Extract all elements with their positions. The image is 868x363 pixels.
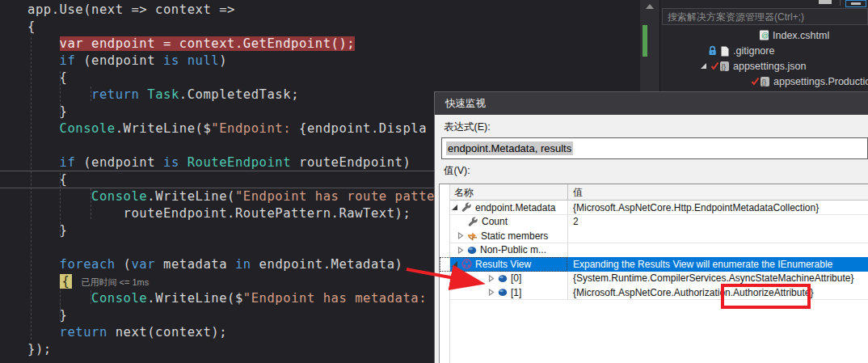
code-line[interactable]: { (27, 70, 443, 87)
expander-closed-icon[interactable] (457, 232, 464, 239)
results-view-icon (461, 259, 472, 269)
scroll-up-arrow-icon[interactable] (645, 3, 655, 10)
code-line[interactable]: }); (27, 341, 443, 358)
watch-name-cell: Static members (450, 229, 568, 243)
code-line[interactable]: { (27, 19, 443, 36)
watch-row--0-[interactable]: [0]{System.Runtime.CompilerServices.Asyn… (450, 272, 868, 286)
expander-open-icon[interactable] (451, 260, 458, 268)
value-label: 值(V): (444, 164, 470, 178)
watch-name-cell: [0] (450, 272, 568, 285)
expression-input-value: endpoint.Metadata, results (446, 141, 573, 155)
code-line[interactable]: if (endpoint is RouteEndpoint routeEndpo… (27, 154, 443, 171)
quickwatch-dialog: 快速监视 表达式(E): endpoint.Metadata, results … (434, 91, 868, 363)
perf-tip: 已用时间 <= 1ms (81, 277, 149, 287)
watch-name-cell: Results View (450, 257, 568, 271)
code-line[interactable]: return Task.CompletedTask; (27, 87, 443, 103)
watch-row-non-public-m-[interactable]: Non-Public m... (450, 243, 868, 258)
code-line[interactable]: Console.WriteLine($"Endpoint has metadat… (27, 290, 443, 307)
watch-row--1-[interactable]: [1]{Microsoft.AspNetCore.Authorization.A… (450, 285, 868, 300)
field-icon (498, 274, 508, 283)
watch-value-cell (568, 229, 868, 243)
quickwatch-dialog-body: 表达式(E): endpoint.Metadata, results 值(V):… (435, 115, 868, 363)
value-column-header[interactable]: 值 (568, 184, 868, 200)
expander-closed-icon[interactable] (457, 247, 464, 254)
code-lines: app.Use(next => context =>{ var endpoint… (27, 2, 443, 358)
code-line[interactable]: } (27, 222, 443, 239)
watch-value-cell: {Microsoft.AspNetCore.Http.EndpointMetad… (568, 200, 868, 214)
wrench-icon (468, 217, 478, 227)
check-icon (710, 61, 719, 70)
highlighted-statement: var endpoint = context.GetEndpoint(); (60, 36, 356, 51)
code-line[interactable]: {已用时间 <= 1ms (27, 273, 443, 290)
svg-text:{}: {} (762, 78, 767, 86)
watch-name-label: [0] (511, 272, 521, 284)
expander-closed-icon[interactable] (487, 289, 495, 296)
watch-name-label: Results View (475, 259, 531, 270)
solution-explorer-search-input[interactable] (662, 8, 868, 25)
watch-value-tree: 名称 值 endpoint.Metadata{Microsoft.AspNetC… (439, 184, 868, 363)
sidebar-item-index-cshtml[interactable]: @Index.cshtml (660, 27, 868, 43)
name-column-header[interactable]: 名称 (450, 184, 568, 200)
json-file-icon: {} (719, 61, 730, 72)
expression-input[interactable]: endpoint.Metadata, results (441, 137, 868, 159)
watch-name-label: Static members (481, 230, 548, 242)
toolbar-active-button[interactable] (845, 0, 866, 7)
svg-text:{}: {} (722, 62, 727, 70)
toolbar-separator (840, 0, 841, 6)
watch-row-results-view[interactable]: Results ViewExpanding the Results View w… (450, 257, 868, 272)
field-icon (498, 288, 508, 297)
watch-row-endpoint-metadata[interactable]: endpoint.Metadata{Microsoft.AspNetCore.H… (450, 200, 868, 215)
watch-row-count[interactable]: Count2 (450, 215, 868, 230)
code-line[interactable]: foreach (var metadata in endpoint.Metada… (27, 256, 443, 273)
code-line[interactable]: routeEndpoint.RoutePattern.RawText); (27, 205, 443, 222)
toolbar-icon-fragment[interactable] (819, 0, 832, 4)
scrollbar-change-marker (643, 25, 647, 57)
watch-name-label: Count (482, 216, 508, 227)
tree-item-label: Index.cshtml (773, 30, 829, 41)
watch-name-cell: endpoint.Metadata (450, 200, 568, 214)
watch-row-static-members[interactable]: Static members (450, 229, 868, 243)
code-line[interactable]: Console.WriteLine($"Endpoint: {endpoint.… (27, 120, 443, 137)
watch-name-cell: [1] (450, 285, 568, 299)
tree-item-label: appsettings.Production.jso (773, 76, 868, 87)
watch-value-cell: Expanding the Results View will enumerat… (568, 257, 868, 271)
code-line[interactable]: if (endpoint is null) (27, 53, 443, 70)
code-line[interactable]: app.Use(next => context => (27, 2, 443, 19)
vs-debug-screen: app.Use(next => context =>{ var endpoint… (0, 0, 868, 363)
code-line[interactable]: { (27, 171, 443, 188)
gitignore-file-icon (720, 45, 730, 57)
code-line[interactable]: Console.WriteLine("Endpoint has route pa… (27, 188, 443, 205)
code-line[interactable]: } (27, 307, 443, 324)
current-statement-brace: { (60, 274, 73, 289)
watch-name-cell: Non-Public m... (450, 243, 568, 257)
field-icon (467, 246, 477, 255)
watch-value-cell: 2 (568, 215, 868, 229)
watch-name-label: Non-Public m... (480, 244, 546, 255)
watch-name-cell: Count (450, 215, 568, 229)
code-line[interactable] (27, 137, 443, 154)
expander-open-icon[interactable] (451, 204, 458, 211)
code-line[interactable] (27, 239, 443, 256)
svg-text:@: @ (761, 32, 769, 40)
razor-file-icon: @ (759, 29, 769, 41)
code-line[interactable]: return next(context); (27, 324, 443, 341)
tree-header-row: 名称 值 (450, 184, 868, 200)
code-line[interactable]: var endpoint = context.GetEndpoint(); (27, 36, 443, 53)
watch-value-cell (568, 243, 868, 257)
watch-value-cell: {Microsoft.AspNetCore.Authorization.Auth… (568, 285, 868, 299)
json-file-icon: {} (760, 76, 770, 87)
sidebar-item--gitignore[interactable]: .gitignore (660, 43, 868, 58)
solution-explorer-tree: @Index.cshtml.gitignore{}appsettings.jso… (660, 27, 868, 89)
code-line[interactable]: } (27, 103, 443, 120)
sidebar-item-appsettings-production-jso[interactable]: {}appsettings.Production.jso (660, 74, 868, 89)
sidebar-item-appsettings-json[interactable]: {}appsettings.json (660, 58, 868, 74)
watch-name-label: [1] (511, 287, 521, 298)
watch-name-label: endpoint.Metadata (475, 202, 555, 213)
se-expander-open-icon[interactable] (700, 62, 707, 70)
static-members-icon (467, 231, 478, 241)
expander-closed-icon[interactable] (487, 275, 495, 282)
tree-gutter-column (440, 184, 450, 363)
check-icon (751, 77, 760, 86)
tree-item-label: .gitignore (733, 45, 774, 57)
wrench-icon (461, 202, 472, 213)
